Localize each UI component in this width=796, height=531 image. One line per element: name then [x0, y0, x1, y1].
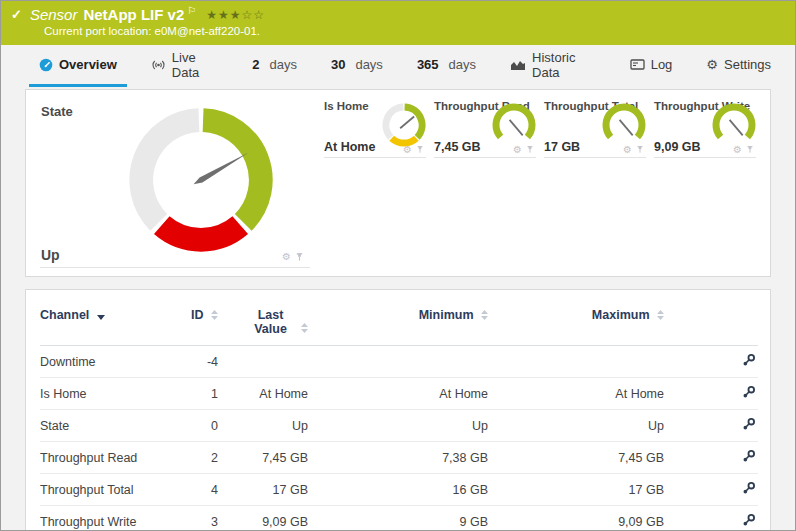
tab-historic-data[interactable]: Historic Data: [500, 45, 606, 87]
tab-strip: Overview Live Data 2 days 30 days 365: [1, 45, 795, 87]
cell-id: -4: [180, 346, 218, 378]
cell-maximum: 7,45 GB: [488, 442, 664, 474]
state-gauge-value: Up: [41, 247, 60, 263]
cell-maximum: 17 GB: [488, 474, 664, 506]
divider: [654, 157, 756, 158]
cell-minimum: At Home: [308, 378, 488, 410]
status-check-icon: ✓: [11, 7, 22, 22]
throughput-write-gauge-block: Throughput Write 9,09 GB ⚙: [654, 100, 756, 158]
table-row: Is Home 1 At Home At Home At Home: [40, 378, 758, 410]
throughput-total-gauge: [602, 103, 646, 147]
tab-365-days[interactable]: 365 days: [407, 45, 486, 87]
sensor-window: ✓ Sensor NetApp LIF v2 ⚐ ★★★☆☆ Current p…: [0, 0, 796, 531]
cell-id: 1: [180, 378, 218, 410]
edit-channel-wrench-icon[interactable]: [742, 449, 756, 466]
area-chart-icon: [510, 59, 526, 71]
gauge-gear-icon[interactable]: ⚙: [733, 144, 742, 155]
tab-live-data[interactable]: Live Data: [141, 45, 228, 87]
edit-channel-wrench-icon[interactable]: [742, 385, 756, 402]
sort-icon: [481, 309, 488, 323]
cell-id: 4: [180, 474, 218, 506]
column-header-maximum[interactable]: Maximum: [488, 302, 664, 346]
cell-last-value: 9,09 GB: [218, 506, 308, 531]
content-area: State Up ⚙: [1, 87, 795, 531]
mini-gauges-row: Is Home At Home ⚙: [324, 100, 756, 266]
tab-overview-label: Overview: [59, 57, 117, 72]
column-header-actions: [664, 302, 758, 346]
is-home-gauge: [382, 103, 426, 147]
sensor-title: NetApp LIF v2: [83, 6, 184, 23]
pin-icon[interactable]: [746, 145, 754, 154]
throughput-write-value: 9,09 GB: [654, 140, 701, 154]
tab-log[interactable]: Log: [620, 45, 683, 87]
divider: [434, 157, 536, 158]
pin-icon[interactable]: [295, 252, 304, 262]
column-header-maximum-label: Maximum: [592, 308, 650, 322]
priority-stars[interactable]: ★★★☆☆: [206, 8, 265, 22]
pin-icon[interactable]: [636, 145, 644, 154]
state-gauge-label: State: [41, 104, 73, 119]
cell-minimum: [308, 346, 488, 378]
pin-icon[interactable]: [526, 145, 534, 154]
column-header-minimum-label: Minimum: [419, 308, 474, 322]
tab-settings[interactable]: ⚙ Settings: [696, 45, 781, 87]
column-header-id[interactable]: ID: [180, 302, 218, 346]
sort-desc-icon: [97, 309, 105, 323]
column-header-channel-label: Channel: [40, 308, 89, 322]
log-console-icon: [630, 58, 645, 71]
cell-id: 3: [180, 506, 218, 531]
cell-channel: Is Home: [40, 378, 180, 410]
tab-2-days[interactable]: 2 days: [242, 45, 307, 87]
edit-channel-wrench-icon[interactable]: [742, 513, 756, 530]
is-home-label: Is Home: [324, 100, 369, 112]
cell-maximum: 9,09 GB: [488, 506, 664, 531]
edit-channel-wrench-icon[interactable]: [742, 417, 756, 434]
channels-panel: Channel ID Last Value: [25, 289, 771, 531]
tab-30-days[interactable]: 30 days: [321, 45, 393, 87]
tab-30-days-number: 30: [331, 57, 345, 72]
table-row: Throughput Read 2 7,45 GB 7,38 GB 7,45 G…: [40, 442, 758, 474]
table-row: Throughput Write 3 9,09 GB 9 GB 9,09 GB: [40, 506, 758, 531]
gauge-gear-icon[interactable]: ⚙: [513, 144, 522, 155]
gauge-gear-icon[interactable]: ⚙: [282, 251, 291, 262]
state-gauge: [125, 104, 277, 256]
sort-icon: [211, 309, 218, 323]
throughput-total-value: 17 GB: [544, 140, 580, 154]
tab-2-days-number: 2: [252, 57, 259, 72]
cell-channel: State: [40, 410, 180, 442]
gauge-icon: [39, 58, 53, 72]
channels-table: Channel ID Last Value: [40, 302, 758, 531]
throughput-read-gauge: [492, 103, 536, 147]
column-header-minimum[interactable]: Minimum: [308, 302, 488, 346]
cell-maximum: At Home: [488, 378, 664, 410]
settings-gear-icon: ⚙: [706, 57, 718, 72]
tab-365-days-unit: days: [449, 57, 476, 72]
tab-30-days-unit: days: [355, 57, 382, 72]
edit-channel-wrench-icon[interactable]: [742, 481, 756, 498]
sort-icon: [301, 322, 308, 336]
column-header-last-value[interactable]: Last Value: [218, 302, 308, 346]
cell-channel: Throughput Write: [40, 506, 180, 531]
gauge-needle: [510, 120, 523, 135]
tab-2-days-unit: days: [269, 57, 296, 72]
tab-365-days-number: 365: [417, 57, 439, 72]
cell-id: 2: [180, 442, 218, 474]
pin-icon[interactable]: [416, 145, 424, 154]
cell-minimum: 16 GB: [308, 474, 488, 506]
column-header-channel[interactable]: Channel: [40, 302, 180, 346]
gauge-gear-icon[interactable]: ⚙: [623, 144, 632, 155]
table-row: Throughput Total 4 17 GB 16 GB 17 GB: [40, 474, 758, 506]
column-header-last-value-label: Last Value: [248, 308, 294, 336]
overview-panel: State Up ⚙: [25, 89, 771, 277]
is-home-gauge-block: Is Home At Home ⚙: [324, 100, 426, 158]
tab-live-data-label: Live Data: [172, 50, 218, 80]
tab-settings-label: Settings: [724, 57, 771, 72]
state-gauge-block: State Up ⚙: [40, 100, 310, 268]
gauge-needle: [400, 117, 414, 129]
throughput-read-value: 7,45 GB: [434, 140, 481, 154]
broadcast-icon: [151, 58, 166, 72]
tab-overview[interactable]: Overview: [29, 45, 127, 87]
gauge-gear-icon[interactable]: ⚙: [403, 144, 412, 155]
edit-channel-wrench-icon[interactable]: [742, 353, 756, 370]
cell-minimum: 9 GB: [308, 506, 488, 531]
